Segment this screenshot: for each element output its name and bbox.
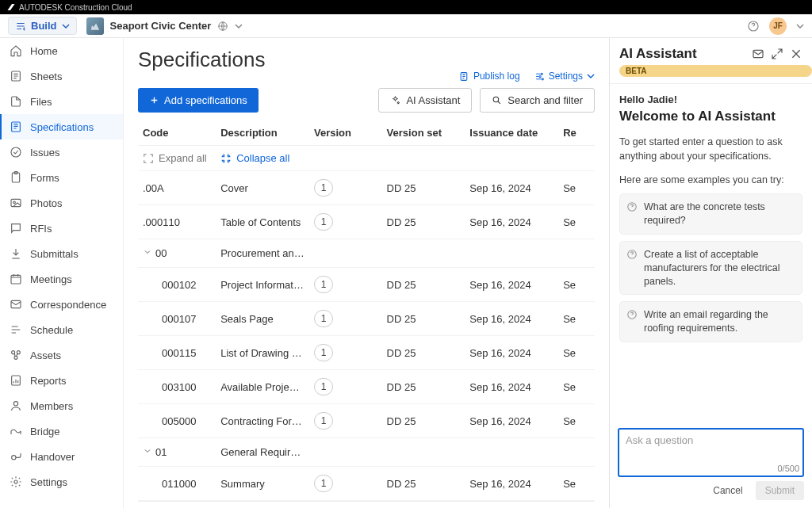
ai-button-label: AI Assistant [406, 94, 460, 106]
publish-log-link[interactable]: Publish log [459, 71, 520, 82]
greeting-text: Hello Jadie! [619, 94, 802, 105]
table-row[interactable]: .000110Table of Contents1DD 25Sep 16, 20… [138, 205, 595, 239]
sidebar-item-photos[interactable]: Photos [0, 190, 123, 216]
user-menu-chevron-icon[interactable] [796, 22, 804, 30]
table-row[interactable]: 005000Contracting Form…1DD 25Sep 16, 202… [138, 404, 595, 438]
col-version[interactable]: Version [309, 120, 382, 146]
sidebar-item-label: Submittals [30, 248, 79, 260]
sidebar-item-label: Forms [30, 172, 59, 184]
search-filter-button[interactable]: Search and filter [480, 88, 595, 113]
svg-point-17 [14, 480, 17, 483]
table-row[interactable]: 003100Available Project …1DD 25Sep 16, 2… [138, 370, 595, 404]
version-pill[interactable]: 1 [314, 310, 333, 327]
settings-label: Settings [549, 71, 583, 82]
col-issuance-date[interactable]: Issuance date [465, 120, 558, 146]
search-filter-label: Search and filter [508, 94, 583, 106]
table-row[interactable]: 011000Summary1DD 25Sep 16, 2024Se [138, 467, 595, 501]
sidebar-item-rfis[interactable]: RFIs [0, 216, 123, 241]
table-row[interactable]: 000115List of Drawing S…1DD 25Sep 16, 20… [138, 336, 595, 370]
version-pill[interactable]: 1 [314, 213, 333, 231]
suggestion-text: Write an email regarding the roofing req… [644, 308, 795, 335]
version-pill[interactable]: 1 [314, 344, 333, 361]
svg-point-15 [13, 402, 17, 406]
sidebar-item-label: Assets [30, 349, 61, 361]
suggestion-text: Create a list of acceptable manufacturer… [644, 248, 795, 288]
sidebar-item-label: Photos [30, 197, 62, 209]
log-icon [459, 71, 469, 82]
sidebar-item-issues[interactable]: Issues [0, 139, 123, 165]
close-icon[interactable] [790, 48, 802, 60]
col-version-set[interactable]: Version set [382, 120, 465, 146]
sidebar-item-settings[interactable]: Settings [0, 469, 123, 495]
group-row[interactable]: 00Procurement and… [138, 239, 595, 268]
header-bar: Build Seaport Civic Center JF [0, 14, 812, 38]
suggestion-item[interactable]: Write an email regarding the roofing req… [619, 301, 802, 342]
sidebar-item-label: Meetings [30, 273, 72, 285]
sidebar-item-members[interactable]: Members [0, 393, 123, 418]
add-specifications-label: Add specifications [164, 94, 247, 106]
ai-assistant-button[interactable]: AI Assistant [378, 88, 472, 113]
svg-point-4 [11, 147, 21, 157]
svg-point-13 [14, 356, 17, 359]
sidebar-item-meetings[interactable]: Meetings [0, 266, 123, 292]
sliders-icon [534, 71, 545, 82]
home-icon [10, 44, 22, 57]
sidebar-item-sheets[interactable]: Sheets [0, 63, 123, 89]
photos-icon [10, 197, 22, 209]
sidebar-item-reports[interactable]: Reports [0, 368, 123, 393]
sidebar-item-bridge[interactable]: Bridge [0, 418, 123, 444]
sidebar-item-home[interactable]: Home [0, 38, 123, 63]
product-name: AUTODESK Construction Cloud [19, 3, 132, 12]
expand-panel-icon[interactable] [771, 48, 783, 60]
project-name: Seaport Civic Center [110, 20, 212, 32]
suggestion-item[interactable]: Create a list of acceptable manufacturer… [619, 241, 802, 296]
suggestion-text: What are the concrete tests required? [644, 201, 795, 227]
sidebar-item-handover[interactable]: Handover [0, 444, 123, 469]
sidebar-item-label: Issues [30, 147, 60, 159]
publish-log-label: Publish log [473, 71, 520, 82]
svg-rect-9 [11, 275, 21, 284]
examples-label: Here are some examples you can try: [619, 174, 802, 185]
sidebar-item-label: Home [30, 45, 58, 57]
user-avatar[interactable]: JF [769, 17, 787, 35]
sidebar-item-correspondence[interactable]: Correspondence [0, 292, 123, 317]
sidebar-item-label: RFIs [30, 223, 52, 235]
welcome-text: Welcome to AI Assistant [619, 109, 802, 124]
version-pill[interactable]: 1 [314, 378, 333, 395]
add-specifications-button[interactable]: Add specifications [138, 88, 259, 113]
sidebar-item-specifications[interactable]: Specifications [0, 114, 123, 139]
build-menu-button[interactable]: Build [8, 17, 77, 35]
sidebar-item-label: Schedule [30, 324, 73, 336]
col-truncated[interactable]: Re [558, 120, 595, 146]
suggestion-item[interactable]: What are the concrete tests required? [619, 193, 802, 235]
chevron-down-icon[interactable] [143, 446, 152, 456]
help-icon[interactable] [747, 20, 760, 32]
handover-icon [10, 450, 22, 463]
submit-button[interactable]: Submit [756, 481, 804, 500]
sidebar-item-label: Members [30, 400, 73, 412]
group-row[interactable]: 01General Require… [138, 438, 595, 467]
sidebar-item-assets[interactable]: Assets [0, 342, 123, 368]
version-pill[interactable]: 1 [314, 412, 333, 430]
collapse-all-button[interactable]: Collapse all [220, 152, 590, 164]
table-row[interactable]: 000107Seals Page1DD 25Sep 16, 2024Se [138, 302, 595, 336]
sidebar-item-submittals[interactable]: Submittals [0, 241, 123, 266]
expand-all-button[interactable]: Expand all [143, 152, 211, 164]
version-pill[interactable]: 1 [314, 179, 333, 197]
sidebar-item-files[interactable]: Files [0, 89, 123, 114]
col-code[interactable]: Code [138, 120, 216, 146]
sidebar-item-schedule[interactable]: Schedule [0, 317, 123, 342]
version-pill[interactable]: 1 [314, 276, 333, 293]
cancel-button[interactable]: Cancel [708, 481, 747, 500]
members-icon [10, 399, 22, 412]
table-row[interactable]: 000102Project Informati…1DD 25Sep 16, 20… [138, 268, 595, 302]
settings-link[interactable]: Settings [534, 71, 595, 82]
sidebar-item-forms[interactable]: Forms [0, 165, 123, 190]
chevron-down-icon[interactable] [143, 247, 152, 257]
mail-icon[interactable] [752, 48, 764, 60]
version-pill[interactable]: 1 [314, 475, 333, 492]
svg-point-16 [12, 456, 16, 460]
project-selector[interactable]: Seaport Civic Center [86, 17, 243, 35]
table-row[interactable]: .00ACover1DD 25Sep 16, 2024Se [138, 171, 595, 205]
col-description[interactable]: Description [216, 120, 309, 146]
